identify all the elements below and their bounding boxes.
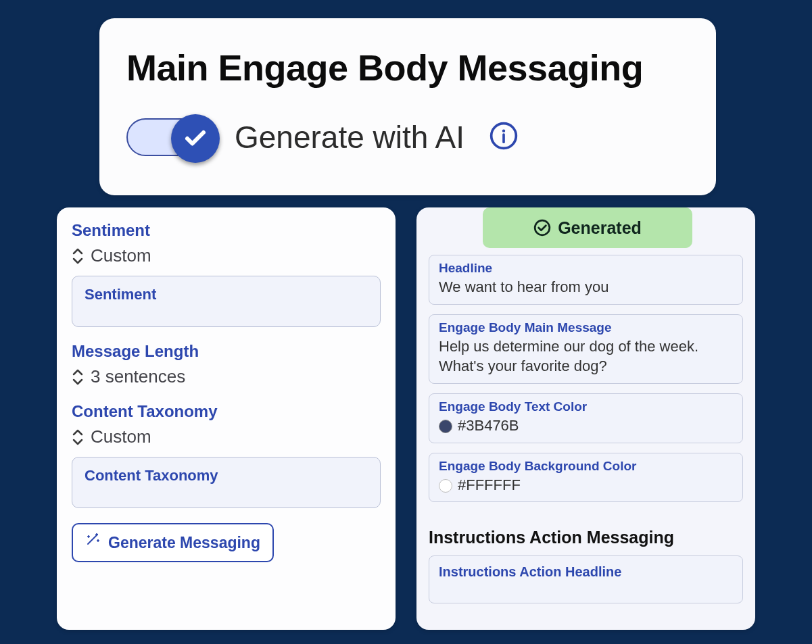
check-icon [183,126,208,151]
bg-color-label: Engage Body Background Color [439,459,733,474]
bg-color-value-row: #FFFFFF [439,475,733,495]
instructions-action-title: Instructions Action Messaging [429,528,755,547]
content-taxonomy-stepper[interactable]: Custom [72,426,381,447]
instructions-action-headline-input[interactable]: Instructions Action Headline [429,555,743,603]
message-length-label: Message Length [72,342,381,361]
svg-point-1 [502,129,505,132]
bg-color-swatch [439,479,452,493]
text-color-swatch [439,420,452,433]
toggle-knob [171,114,220,163]
text-color-value: #3B476B [458,417,519,434]
ai-toggle-label: Generate with AI [235,119,464,155]
sentiment-placeholder: Sentiment [85,286,156,303]
sentiment-stepper[interactable]: Custom [72,245,381,266]
main-message-value: Help us determine our dog of the week. W… [439,337,733,376]
page-title: Main Engage Body Messaging [126,47,689,89]
sentiment-input[interactable]: Sentiment [72,276,381,327]
text-color-field[interactable]: Engage Body Text Color #3B476B [429,393,743,443]
content-taxonomy-placeholder: Content Taxonomy [85,467,218,484]
headline-value: We want to hear from you [439,277,733,297]
generated-badge: Generated [483,207,692,248]
ai-toggle[interactable] [126,118,216,156]
generated-badge-label: Generated [558,218,642,238]
header-card: Main Engage Body Messaging Generate with… [99,18,716,195]
text-color-label: Engage Body Text Color [439,399,733,414]
main-message-field[interactable]: Engage Body Main Message Help us determi… [429,314,743,384]
message-length-stepper[interactable]: 3 sentences [72,366,381,387]
content-taxonomy-label: Content Taxonomy [72,402,381,421]
bg-color-value: #FFFFFF [458,476,521,493]
generate-messaging-label: Generate Messaging [108,534,260,552]
check-circle-icon [533,219,551,237]
headline-field[interactable]: Headline We want to hear from you [429,255,743,305]
settings-card: Sentiment Custom Sentiment Message Lengt… [57,207,396,630]
info-icon[interactable] [489,121,519,153]
svg-point-3 [535,220,550,235]
sparkle-icon [85,532,101,553]
chevron-updown-icon [72,428,84,446]
content-taxonomy-value: Custom [91,426,151,447]
chevron-updown-icon [72,247,84,265]
instructions-action-headline-placeholder: Instructions Action Headline [439,564,621,579]
chevron-updown-icon [72,368,84,386]
headline-label: Headline [439,261,733,276]
result-card: Generated Headline We want to hear from … [416,207,755,630]
message-length-value: 3 sentences [91,366,185,387]
bg-color-field[interactable]: Engage Body Background Color #FFFFFF [429,453,743,503]
main-message-label: Engage Body Main Message [439,320,733,335]
sentiment-value: Custom [91,245,151,266]
generate-messaging-button[interactable]: Generate Messaging [72,523,274,562]
content-taxonomy-input[interactable]: Content Taxonomy [72,457,381,508]
text-color-value-row: #3B476B [439,416,733,436]
ai-toggle-row: Generate with AI [126,118,689,156]
sentiment-label: Sentiment [72,221,381,240]
